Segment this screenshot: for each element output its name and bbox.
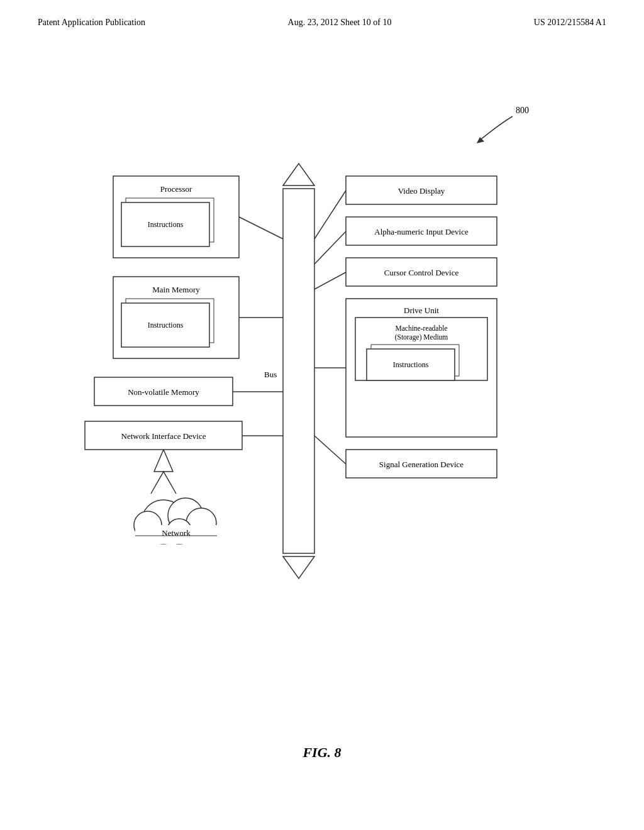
svg-line-51 <box>314 436 346 464</box>
svg-text:800: 800 <box>516 106 529 115</box>
svg-line-48 <box>314 231 346 264</box>
header-middle: Aug. 23, 2012 Sheet 10 of 10 <box>288 18 392 28</box>
svg-line-49 <box>314 272 346 289</box>
svg-text:Machine-readable: Machine-readable <box>395 324 447 332</box>
figure-label: FIG. 8 <box>303 744 341 761</box>
page-header: Patent Application Publication Aug. 23, … <box>0 0 644 28</box>
svg-text:Cursor Control Device: Cursor Control Device <box>384 268 459 277</box>
bus-label: Bus <box>264 370 277 379</box>
svg-text:Video Display: Video Display <box>398 186 445 196</box>
svg-text:Alpha-numeric Input Device: Alpha-numeric Input Device <box>374 227 469 236</box>
svg-rect-2 <box>283 189 314 553</box>
svg-text:Network Interface Device: Network Interface Device <box>121 431 206 441</box>
svg-text:Drive Unit: Drive Unit <box>404 306 439 315</box>
svg-text:Processor: Processor <box>160 184 192 194</box>
svg-line-43 <box>239 217 283 239</box>
svg-text:Instructions: Instructions <box>148 220 184 229</box>
svg-line-47 <box>314 191 346 239</box>
svg-text:Instructions: Instructions <box>148 321 184 329</box>
header-right: US 2012/215584 A1 <box>534 18 606 28</box>
patent-diagram: 800 Bus Processor Instructions Main Memo… <box>38 75 604 704</box>
header-left: Patent Application Publication <box>38 18 145 28</box>
svg-marker-4 <box>283 556 314 578</box>
svg-marker-3 <box>283 163 314 185</box>
svg-text:Instructions: Instructions <box>393 360 429 369</box>
svg-text:(Storage) Medium: (Storage) Medium <box>395 333 448 341</box>
svg-text:Main Memory: Main Memory <box>152 285 200 294</box>
svg-text:Network: Network <box>162 528 191 538</box>
svg-text:Signal Generation Device: Signal Generation Device <box>379 460 464 469</box>
svg-text:Non-volatile Memory: Non-volatile Memory <box>128 387 199 397</box>
